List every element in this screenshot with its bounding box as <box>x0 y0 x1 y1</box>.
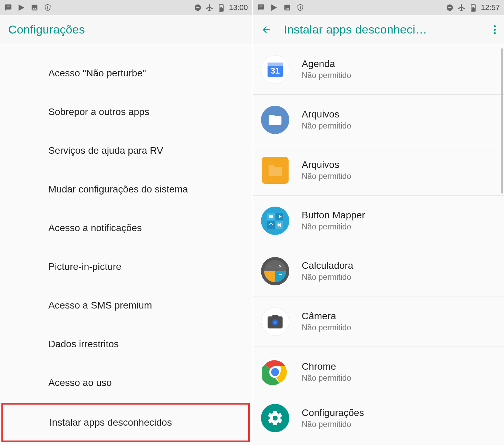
dnd-icon <box>446 3 454 12</box>
app-name: Button Mapper <box>302 210 365 221</box>
settings-item-label: Mudar configurações do sistema <box>48 184 188 195</box>
svg-rect-15 <box>268 63 283 66</box>
airplane-icon <box>457 3 466 12</box>
airplane-icon <box>205 3 214 12</box>
svg-text:=: = <box>279 272 282 278</box>
app-name: Agenda <box>302 58 351 69</box>
settings-item-label: Serviços de ajuda para RV <box>48 145 163 156</box>
app-name: Arquivos <box>302 159 351 170</box>
app-row-agenda[interactable]: 31 Agenda Não permitido <box>253 44 504 95</box>
settings-item-label: Acesso ao uso <box>48 377 112 388</box>
app-name: Configurações <box>302 407 364 418</box>
settings-item-install-unknown[interactable]: Instalar apps desconhecidos <box>3 405 248 441</box>
app-status: Não permitido <box>302 222 365 231</box>
svg-point-8 <box>300 9 300 9</box>
button-mapper-icon <box>261 207 289 235</box>
settings-item-label: Dados irrestritos <box>48 339 119 350</box>
settings-item[interactable]: Sobrepor a outros apps <box>0 93 252 131</box>
notification-icon <box>4 3 12 12</box>
apps-list[interactable]: 31 Agenda Não permitido Arquivos Não per… <box>253 44 504 445</box>
svg-point-1 <box>47 9 48 9</box>
gear-icon <box>261 404 289 432</box>
svg-text:−: − <box>268 263 272 269</box>
folder-icon <box>261 106 289 134</box>
camera-icon <box>261 307 289 336</box>
app-status: Não permitido <box>302 172 351 181</box>
shield-icon <box>43 3 52 12</box>
settings-item-label: Instalar apps desconhecidos <box>49 417 172 428</box>
svg-point-28 <box>273 321 277 324</box>
app-status: Não permitido <box>302 420 364 429</box>
app-status: Não permitido <box>302 373 351 383</box>
gallery-icon <box>283 3 291 12</box>
app-bar: Instalar apps desconheci… <box>253 15 504 44</box>
svg-rect-3 <box>196 7 199 8</box>
screen-left: 13:00 Configurações Apps de administrado… <box>0 0 252 445</box>
svg-text:+: + <box>268 272 272 278</box>
battery-icon <box>469 3 477 12</box>
settings-item[interactable]: Acesso a SMS premium <box>0 286 252 325</box>
app-status: Não permitido <box>302 323 351 332</box>
screen-right: 12:57 Instalar apps desconheci… 31 Agend… <box>252 0 504 445</box>
settings-item-label: Acesso "Não perturbe" <box>48 68 146 79</box>
dnd-icon <box>194 3 202 12</box>
settings-item[interactable]: Apps de administrador de dispositivo <box>0 44 252 54</box>
settings-list[interactable]: Apps de administrador de dispositivo Ace… <box>0 44 252 445</box>
more-button[interactable] <box>494 25 496 34</box>
settings-item-label: Acesso a SMS premium <box>48 300 152 311</box>
app-row-configuracoes[interactable]: Configurações Não permitido <box>253 397 504 439</box>
settings-item-label: Acesso a notificações <box>48 223 142 234</box>
page-title: Configurações <box>8 23 244 36</box>
battery-icon <box>217 3 225 12</box>
chrome-icon <box>261 358 289 386</box>
play-store-icon <box>17 3 26 12</box>
app-status: Não permitido <box>302 71 351 80</box>
status-time: 13:00 <box>229 3 248 12</box>
settings-item[interactable]: Mudar configurações do sistema <box>0 170 252 209</box>
svg-point-31 <box>271 368 279 376</box>
notification-icon <box>257 3 265 12</box>
settings-item[interactable]: Dados irrestritos <box>0 325 252 363</box>
status-time: 12:57 <box>481 3 500 12</box>
app-name: Chrome <box>302 361 351 372</box>
settings-item[interactable]: Acesso ao uso <box>0 363 252 402</box>
svg-rect-10 <box>448 7 451 8</box>
app-row-arquivos[interactable]: Arquivos Não permitido <box>253 95 504 145</box>
app-status: Não permitido <box>302 121 351 131</box>
calendar-icon: 31 <box>261 55 289 84</box>
settings-item-label: Sobrepor a outros apps <box>48 106 149 117</box>
settings-item[interactable]: Serviços de ajuda para RV <box>0 131 252 170</box>
svg-text:×: × <box>279 263 282 269</box>
app-row-button-mapper[interactable]: Button Mapper Não permitido <box>253 196 504 246</box>
scrollbar[interactable] <box>501 48 503 193</box>
gallery-icon <box>30 3 39 12</box>
app-row-calculadora[interactable]: − × + = Calculadora Não permitido <box>253 246 504 296</box>
back-button[interactable] <box>261 25 271 35</box>
app-row-arquivos-2[interactable]: Arquivos Não permitido <box>253 145 504 196</box>
svg-rect-22 <box>269 215 273 218</box>
settings-item-label: Picture-in-picture <box>48 261 122 272</box>
status-bar: 12:57 <box>253 0 504 15</box>
highlight-box: Instalar apps desconhecidos <box>1 403 250 442</box>
app-status: Não permitido <box>302 273 353 282</box>
settings-item[interactable]: Acesso "Não perturbe" <box>0 54 252 93</box>
app-row-chrome[interactable]: Chrome Não permitido <box>253 347 504 397</box>
app-name: Câmera <box>302 311 351 322</box>
play-store-icon <box>270 3 278 12</box>
app-name: Arquivos <box>302 109 351 120</box>
calculator-icon: − × + = <box>261 257 289 285</box>
app-name: Calculadora <box>302 260 353 271</box>
svg-rect-20 <box>267 221 275 229</box>
page-title: Instalar apps desconheci… <box>284 23 488 36</box>
svg-rect-12 <box>472 4 474 4</box>
files-icon <box>261 156 289 184</box>
settings-item[interactable]: Picture-in-picture <box>0 247 252 286</box>
app-row-camera[interactable]: Câmera Não permitido <box>253 296 504 347</box>
shield-icon <box>296 3 304 12</box>
settings-item[interactable]: Acesso a notificações <box>0 209 252 247</box>
svg-rect-5 <box>220 4 222 4</box>
svg-text:31: 31 <box>271 66 280 75</box>
status-bar: 13:00 <box>0 0 252 15</box>
app-bar: Configurações <box>0 15 252 44</box>
